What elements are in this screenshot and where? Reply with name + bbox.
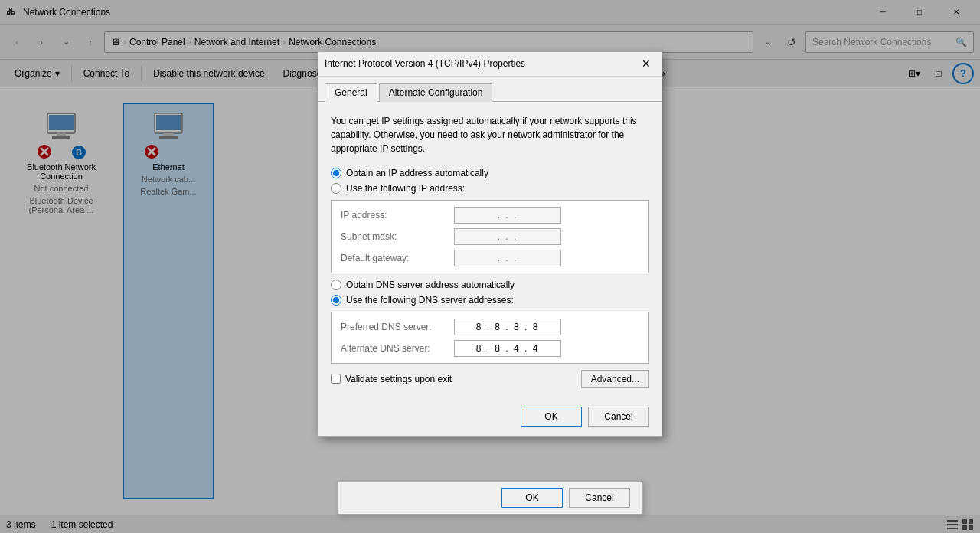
dialog-cancel-button[interactable]: Cancel xyxy=(588,407,649,427)
tab-general-label: General xyxy=(335,87,368,98)
ip-address-label: IP address: xyxy=(341,210,448,221)
dialog-title-bar: Internet Protocol Version 4 (TCP/IPv4) P… xyxy=(318,52,662,77)
dialog-ok-button[interactable]: OK xyxy=(521,407,582,427)
ip-address-row: IP address: . . . xyxy=(341,207,639,224)
dialog-buttons: OK Cancel xyxy=(318,401,662,436)
preferred-dns-value: 8 . 8 . 8 . 8 xyxy=(476,322,540,332)
tcp-ipv4-dialog: Internet Protocol Version 4 (TCP/IPv4) P… xyxy=(318,51,662,437)
dialog-description: You can get IP settings assigned automat… xyxy=(331,114,649,155)
auto-ip-radio[interactable] xyxy=(331,168,341,178)
gateway-row: Default gateway: . . . xyxy=(341,250,639,266)
bottom-dialog-strip: OK Cancel xyxy=(337,481,643,515)
alternate-dns-input[interactable]: 8 . 8 . 4 . 4 xyxy=(454,340,561,357)
manual-ip-label[interactable]: Use the following IP address: xyxy=(346,183,465,194)
alternate-dns-label: Alternate DNS server: xyxy=(341,343,448,354)
bottom-ok-button[interactable]: OK xyxy=(501,488,563,508)
ip-address-input[interactable]: . . . xyxy=(454,207,561,224)
validate-checkbox[interactable] xyxy=(331,374,341,384)
manual-dns-row: Use the following DNS server addresses: xyxy=(331,295,649,306)
tab-alternate-label: Alternate Configuration xyxy=(389,87,483,98)
tab-alternate[interactable]: Alternate Configuration xyxy=(379,83,493,102)
subnet-mask-input[interactable]: . . . xyxy=(454,228,561,245)
ip-fields-group: IP address: . . . Subnet mask: . . . Def… xyxy=(331,200,649,273)
gateway-dots: . . . xyxy=(498,253,518,263)
gateway-input[interactable]: . . . xyxy=(454,250,561,266)
subnet-dots: . . . xyxy=(498,231,518,242)
subnet-mask-row: Subnet mask: . . . xyxy=(341,228,639,245)
validate-label[interactable]: Validate settings upon exit xyxy=(345,374,452,384)
auto-dns-radio[interactable] xyxy=(331,280,341,290)
dialog-body: You can get IP settings assigned automat… xyxy=(318,102,662,401)
manual-ip-radio[interactable] xyxy=(331,183,341,194)
manual-dns-label[interactable]: Use the following DNS server addresses: xyxy=(346,295,514,306)
tab-general[interactable]: General xyxy=(325,83,377,102)
dialog-overlay: Internet Protocol Version 4 (TCP/IPv4) P… xyxy=(0,0,980,533)
advanced-button[interactable]: Advanced... xyxy=(581,370,649,388)
dns-fields-group: Preferred DNS server: 8 . 8 . 8 . 8 Alte… xyxy=(331,312,649,364)
validate-checkbox-row: Validate settings upon exit xyxy=(331,374,452,384)
dialog-title: Internet Protocol Version 4 (TCP/IPv4) P… xyxy=(325,58,525,69)
subnet-mask-label: Subnet mask: xyxy=(341,231,448,242)
manual-ip-row: Use the following IP address: xyxy=(331,183,649,194)
alternate-dns-row: Alternate DNS server: 8 . 8 . 4 . 4 xyxy=(341,340,639,357)
auto-dns-row: Obtain DNS server address automatically xyxy=(331,280,649,290)
dialog-close-button[interactable]: ✕ xyxy=(637,54,655,73)
dialog-tabs: General Alternate Configuration xyxy=(318,77,662,102)
alternate-dns-value: 8 . 8 . 4 . 4 xyxy=(476,343,540,354)
preferred-dns-label: Preferred DNS server: xyxy=(341,322,448,332)
gateway-label: Default gateway: xyxy=(341,253,448,263)
ip-address-dots: . . . xyxy=(498,210,518,221)
bottom-cancel-button[interactable]: Cancel xyxy=(569,488,630,508)
auto-ip-row: Obtain an IP address automatically xyxy=(331,168,649,178)
manual-dns-radio[interactable] xyxy=(331,295,341,306)
auto-dns-label[interactable]: Obtain DNS server address automatically xyxy=(346,280,514,290)
preferred-dns-input[interactable]: 8 . 8 . 8 . 8 xyxy=(454,319,561,335)
preferred-dns-row: Preferred DNS server: 8 . 8 . 8 . 8 xyxy=(341,319,639,335)
auto-ip-label[interactable]: Obtain an IP address automatically xyxy=(346,168,488,178)
